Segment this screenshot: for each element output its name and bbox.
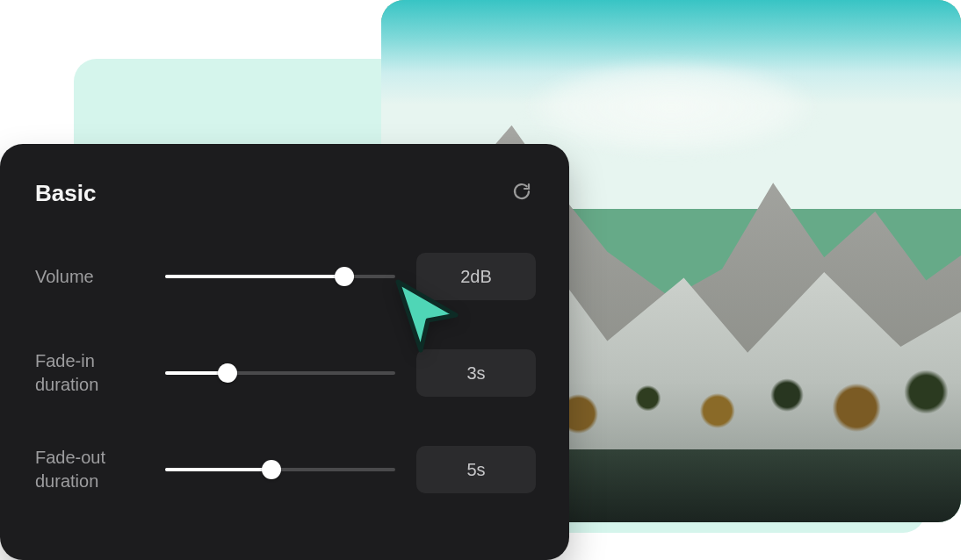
fade-out-row: Fade-outduration 5s [35,446,536,493]
volume-slider[interactable] [165,268,395,285]
fade-in-value[interactable]: 3s [416,349,536,397]
basic-panel: Basic Volume 2dB [0,144,569,560]
slider-fill [165,468,271,471]
slider-thumb[interactable] [335,267,354,286]
volume-label: Volume [35,265,165,289]
volume-row: Volume 2dB [35,253,536,300]
slider-fill [165,275,344,278]
reset-icon [511,181,532,205]
fade-out-value[interactable]: 5s [416,446,536,493]
fade-in-row: Fade-induration 3s [35,349,536,397]
fade-out-slider[interactable] [165,461,395,478]
slider-thumb[interactable] [218,363,237,383]
volume-value[interactable]: 2dB [416,253,536,300]
fade-in-slider[interactable] [165,364,395,382]
fade-in-label: Fade-induration [35,349,165,397]
panel-title: Basic [35,180,96,207]
fade-out-label: Fade-outduration [35,446,165,493]
reset-button[interactable] [508,179,536,207]
slider-thumb[interactable] [262,460,281,479]
